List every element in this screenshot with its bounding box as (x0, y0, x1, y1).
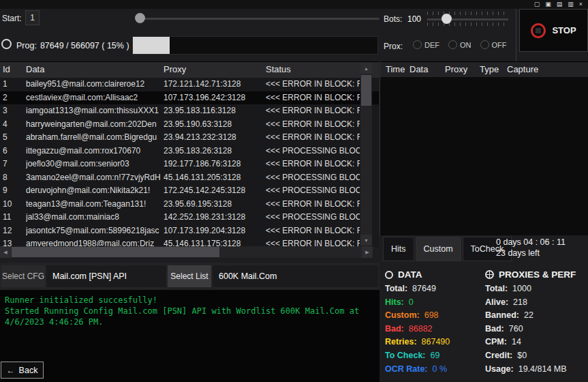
column-header-hits-data[interactable]: Data (409, 64, 428, 74)
config-name-field[interactable]: Mail.com [PSN] API (46, 265, 166, 287)
start-input[interactable]: 1 (25, 10, 40, 25)
scroll-down-icon[interactable]: ▼ (360, 235, 372, 246)
titlebar-icons: ▢▣▤▥× (534, 1, 588, 8)
table-row[interactable]: 13amveredmond1988@mail.com:Driz45.146.13… (0, 237, 379, 247)
table-row[interactable]: 6ittegazzu@mail.com:rox17067023.95.183.2… (0, 145, 379, 158)
select-cfg-button[interactable]: Select CFG (1, 265, 45, 287)
stat-row: To Check:69 (385, 349, 484, 363)
cell-data: 3amano2eel@mail.com:n!77zvjyRdH (26, 173, 161, 182)
stat-label: Alive: (485, 297, 508, 307)
prox-radio-def[interactable]: DEF (413, 40, 439, 49)
table-row[interactable]: 7joeflo30@mail.com:senior03192.177.186.7… (0, 158, 379, 171)
prox-radio-label: OFF (492, 41, 507, 49)
table-row[interactable]: 3iamgoat1313@mail.com:thissuXXX123.95.18… (0, 104, 379, 118)
column-header-time[interactable]: Time (386, 64, 405, 74)
start-slider-track[interactable] (136, 18, 380, 20)
cell-status: <<< ERROR IN BLOCK: R (266, 226, 360, 235)
vertical-scrollbar-thumb[interactable] (361, 75, 371, 106)
data-panel-header: DATA (385, 269, 422, 280)
wordlist-name-field[interactable]: 600K Mail.Com (213, 265, 378, 287)
tab-custom[interactable]: Custom (416, 237, 461, 261)
cell-id: 11 (3, 212, 23, 222)
column-header-type[interactable]: Type (480, 64, 499, 74)
table-row[interactable]: 5abraham.farrell@mail.com:Bigredgu23.94.… (0, 131, 379, 145)
scroll-right-icon[interactable]: ▶ (362, 246, 373, 258)
stat-row: CPM:14 (485, 336, 587, 349)
stat-value: 867490 (422, 337, 450, 347)
cell-status: <<< PROCESSING BLOCK (266, 173, 360, 182)
cell-id: 10 (3, 199, 23, 209)
select-list-button[interactable]: Select List (168, 265, 211, 287)
table-row[interactable]: 9deruvojohn@mail.com:Nikita2k21!172.245.… (0, 184, 379, 198)
prox-label: Prox: (384, 42, 403, 51)
cell-data: harryweingarten@mail.com:202Den (26, 119, 161, 129)
stat-row: Total:1000 (485, 282, 587, 296)
table-row[interactable]: 10teagan13@mail.com:Teagan131!23.95.69.1… (0, 198, 379, 211)
stat-label: Bad: (385, 324, 404, 334)
cell-proxy: 172.121.142.71:3128 (164, 79, 263, 89)
window-icon-3[interactable]: ▤ (557, 1, 563, 8)
progress-circle-icon (1, 39, 12, 49)
stat-label: Total: (385, 284, 407, 293)
back-button[interactable]: ← Back (1, 362, 44, 379)
stat-row: Custom:698 (385, 309, 484, 323)
stat-row: Bad:760 (485, 323, 587, 336)
cell-status: <<< PROCESSING BLOCK (266, 146, 360, 156)
prox-radio-label: DEF (424, 41, 439, 49)
prox-radio-off[interactable]: OFF (480, 40, 507, 49)
window-icon-1[interactable]: ▢ (534, 1, 540, 8)
table-row[interactable]: 2cestlaviex@mail.com:Allisaac2107.173.19… (0, 91, 379, 105)
window-icon-4[interactable]: ▥ (568, 1, 574, 8)
cell-id: 8 (3, 173, 23, 182)
results-table: Id Data Proxy Status 1bailey951@mail.com… (0, 61, 379, 247)
vertical-scrollbar[interactable]: ▲ ▼ (360, 63, 372, 246)
column-header-data[interactable]: Data (26, 64, 44, 74)
cell-data: joeflo30@mail.com:senior03 (26, 159, 161, 168)
column-header-hits-proxy[interactable]: Proxy (445, 64, 467, 74)
column-header-proxy[interactable]: Proxy (164, 64, 186, 74)
cell-proxy: 23.95.183.116:3128 (164, 106, 263, 115)
start-label: Start: (2, 14, 22, 23)
days-left: 23 days left (496, 248, 566, 259)
bots-slider-track[interactable] (427, 18, 508, 20)
progress-fill (133, 37, 170, 54)
horizontal-scrollbar-thumb[interactable] (12, 247, 219, 257)
start-slider-thumb[interactable] (135, 13, 145, 23)
stat-value: 698 (424, 310, 439, 320)
stat-value: 0 (409, 297, 414, 307)
column-header-id[interactable]: Id (3, 64, 10, 74)
stop-button[interactable]: STOP (519, 9, 588, 52)
table-row[interactable]: 1bailey951@mail.com:claireroe12172.121.1… (0, 78, 379, 91)
column-header-status[interactable]: Status (266, 64, 291, 74)
bots-slider-thumb[interactable] (442, 14, 452, 24)
table-row[interactable]: 12jasontck75@mail.com:58996218jasc107.17… (0, 224, 379, 238)
window-icon-2[interactable]: ▣ (545, 1, 551, 8)
prox-radio-on[interactable]: ON (448, 40, 471, 49)
back-button-label: Back (19, 366, 38, 375)
table-row[interactable]: 83amano2eel@mail.com:n!77zvjyRdH45.146.1… (0, 171, 379, 185)
results-table-body: 1bailey951@mail.com:claireroe12172.121.1… (0, 78, 379, 247)
table-row[interactable]: 4harryweingarten@mail.com:202Den23.95.19… (0, 118, 379, 132)
stat-value: 1000 (512, 284, 531, 293)
column-header-capture[interactable]: Capture (507, 64, 538, 74)
stat-value: 86882 (409, 324, 433, 334)
close-icon[interactable]: × (579, 1, 583, 8)
horizontal-scrollbar[interactable]: ◀ ▶ (0, 246, 373, 258)
cell-status: <<< ERROR IN BLOCK: R (266, 106, 360, 115)
cell-data: jasontck75@mail.com:58996218jasc (26, 226, 161, 235)
radio-icon (413, 40, 422, 49)
proxies-panel-title: PROXIES & PERF (499, 269, 576, 280)
scroll-up-icon[interactable]: ▲ (360, 63, 372, 74)
cell-status: <<< ERROR IN BLOCK: R (266, 132, 360, 142)
cell-proxy: 23.95.183.26:3128 (164, 146, 263, 156)
stat-value: 0 % (433, 364, 448, 374)
top-divider (516, 9, 516, 61)
cell-id: 7 (3, 159, 23, 168)
stop-icon (531, 23, 546, 38)
tab-hits[interactable]: Hits (383, 237, 414, 261)
scroll-left-icon[interactable]: ◀ (0, 246, 11, 258)
titlebar: ▢▣▤▥× (0, 0, 588, 9)
progress-bar (132, 36, 378, 55)
log-line: 4/6/2023 4:46:26 PM. (5, 317, 375, 327)
table-row[interactable]: 11jal33@mail.com:mainiac8142.252.198.231… (0, 211, 379, 224)
